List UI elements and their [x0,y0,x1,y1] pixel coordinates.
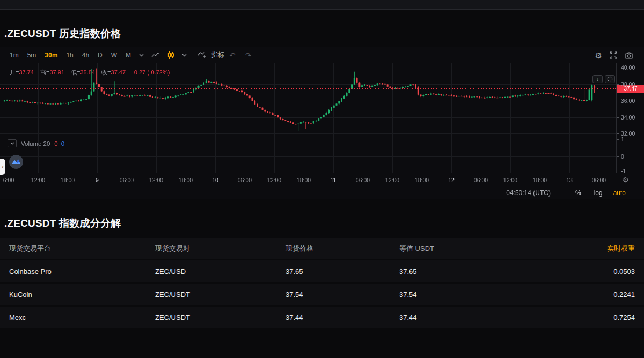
fullscreen-icon[interactable] [610,51,617,59]
interval-M[interactable]: M [121,51,135,59]
time-axis-label: 13 [566,177,573,183]
screenshot-camera-icon[interactable] [625,52,633,59]
table-row: KuCoin ZEC/USDT 37.54 37.54 0.2241 [0,284,644,305]
interval-W[interactable]: W [107,51,121,59]
table-row: Coinbase Pro ZEC/USD 37.65 37.65 0.0503 [0,260,644,282]
candle-chart-type-icon[interactable] [164,51,178,59]
change-value: -0.27 (-0.72%) [132,69,170,76]
index-composition-table: 现货交易平台 现货交易对 现货价格 等值 USDT 实时权重 Coinbase … [0,238,644,328]
time-axis-label: 10 [212,177,218,183]
interval-30m[interactable]: 30m [40,51,62,59]
time-axis-label: 12 [448,177,455,183]
indicators-button[interactable]: 指标 [211,50,224,59]
header-spot-price: 现货价格 [286,244,399,253]
realtime-weight: 0.2241 [560,290,635,299]
interval-1h[interactable]: 1h [62,51,77,59]
volume-axis-label: 1 [621,136,624,143]
ohlc-legend: 开=37.74 高=37.91 低=35.84 收=37.47 -0.27 (-… [10,69,174,77]
header-usdt-equivalent[interactable]: 等值 USDT [399,244,434,253]
price-section-title: .ZECUSDT 历史指数价格 [4,27,121,41]
price-chart-widget: 1m5m30m1h4hDWM 指标 ↶ ↷ [0,47,644,199]
time-axis-label: 18:00 [297,177,311,183]
time-axis-label: 12:00 [503,177,517,183]
volume-value-1: 0 [54,140,57,147]
undo-icon[interactable]: ↶ [224,51,240,59]
indicators-icon[interactable] [194,51,210,58]
spot-price: 37.44 [286,314,399,322]
percent-scale-toggle[interactable]: % [575,189,581,197]
time-axis-label: 18:00 [415,177,429,183]
header-pair: 现货交易对 [155,244,286,253]
time-axis-label: 6:00 [3,177,14,183]
trading-pair: ZEC/USDT [155,314,286,322]
page-header-strip [0,0,644,10]
header-platform: 现货交易平台 [9,244,155,253]
time-axis-label: 9 [96,177,99,183]
interval-group: 1m5m30m1h4hDWM [5,51,135,59]
scroll-to-recent-button[interactable]: ↓ [592,75,603,83]
usdt-equivalent: 37.65 [399,267,560,275]
volume-axis-label: -1 [621,168,626,174]
interval-4h[interactable]: 4h [78,51,93,59]
time-axis-label: 18:00 [179,177,193,183]
reset-chart-button[interactable] [605,75,615,83]
trading-pair: ZEC/USD [155,267,286,275]
time-axis-gear-icon[interactable]: ⚙ [623,176,629,184]
axis-corner-line [616,173,644,173]
volume-value-2: 0 [61,140,64,147]
price-axis-label: 38.00 [621,81,635,87]
price-axis-label: 34.00 [621,114,635,121]
time-axis-label: 12:00 [267,177,281,183]
volume-pane[interactable] [0,138,616,173]
low-value: 35.84 [80,69,96,76]
platform-name: Mexc [9,314,155,322]
price-axis-label: 36.00 [621,98,635,104]
table-header-row: 现货交易平台 现货交易对 现货价格 等值 USDT 实时权重 [0,238,644,259]
time-axis-label: 18:00 [61,177,75,183]
time-axis-label: 12:00 [149,177,163,183]
usdt-equivalent: 37.54 [399,290,560,299]
time-axis-label: 06:00 [592,177,606,183]
time-axis-label: 11 [331,177,336,183]
high-value: 37.91 [49,69,64,76]
line-chart-type-icon[interactable] [148,53,164,58]
platform-name: Coinbase Pro [9,267,155,275]
realtime-weight: 0.0503 [560,267,635,275]
time-axis-label: 06:00 [238,177,252,183]
interval-1m[interactable]: 1m [5,51,23,59]
chart-toolbar: 1m5m30m1h4hDWM 指标 ↶ ↷ [0,47,644,63]
volume-collapse-chevron-icon[interactable] [8,139,17,147]
time-axis-label: 18:00 [533,177,547,183]
breakdown-section-title: .ZECUSDT 指数成分分解 [4,217,121,230]
chevron-down-icon[interactable] [135,54,148,57]
usdt-equivalent: 37.44 [399,314,560,322]
spot-price: 37.65 [286,267,399,275]
chart-settings-gear-icon[interactable]: ⚙ [595,51,602,59]
time-axis-label: 06:00 [120,177,134,183]
interval-D[interactable]: D [93,51,107,59]
volume-indicator-label[interactable]: Volume 20 [21,140,50,147]
time-axis-label: 12:00 [31,177,45,183]
volume-legend: Volume 20 0 0 [8,139,64,147]
tradingview-logo[interactable] [9,155,23,169]
log-scale-toggle[interactable]: log [594,189,603,197]
platform-name: KuCoin [9,290,155,299]
interval-5m[interactable]: 5m [23,51,41,59]
time-axis[interactable]: 6:0012:0018:00906:0012:0018:001006:0012:… [0,173,616,187]
header-realtime-weight: 实时权重 [560,244,635,253]
realtime-weight: 0.7254 [560,314,635,322]
time-axis-label: 12:00 [385,177,399,183]
redo-icon[interactable]: ↷ [240,51,257,59]
open-value: 37.74 [19,69,34,76]
utc-clock[interactable]: 04:50:14 (UTC) [506,189,551,197]
time-axis-label: 06:00 [356,177,370,183]
price-axis-label: 40.00 [621,64,635,71]
price-axis[interactable]: 37.47 40.0038.0036.0034.0032.0010-1 [616,63,644,173]
chevron-down-icon[interactable] [178,54,191,57]
auto-scale-toggle[interactable]: auto [613,189,626,197]
spot-price: 37.54 [286,290,399,299]
chart-status-bar: 04:50:14 (UTC) % log auto [0,187,644,199]
table-row: Mexc ZEC/USDT 37.44 37.44 0.7254 [0,307,644,328]
trading-pair: ZEC/USDT [155,290,286,299]
time-axis-label: 06:00 [474,177,488,183]
